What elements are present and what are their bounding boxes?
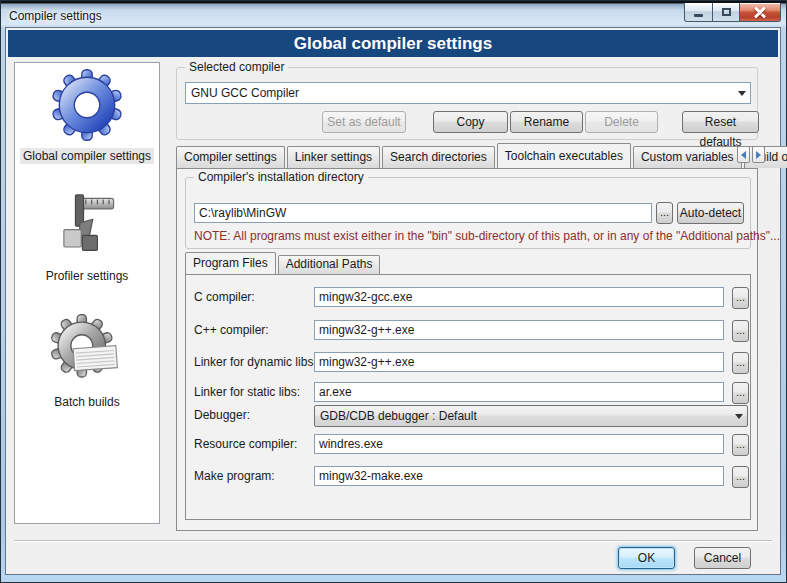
footer-divider	[14, 540, 772, 541]
installation-directory-browse-button[interactable]: ...	[656, 202, 673, 224]
tab-search-directories[interactable]: Search directories	[382, 146, 495, 168]
reset-defaults-button[interactable]: Reset defaults	[682, 111, 759, 133]
field-row: Linker for static libs: ...	[186, 382, 750, 404]
sidebar-item-label: Profiler settings	[43, 268, 132, 284]
sidebar-item-batch-builds[interactable]: Batch builds	[50, 314, 124, 410]
settings-tabs: Compiler settings Linker settings Search…	[176, 143, 758, 168]
static-linker-browse-button[interactable]: ...	[732, 382, 749, 404]
selected-compiler-group-title: Selected compiler	[185, 60, 288, 74]
field-label: C++ compiler:	[194, 323, 269, 337]
field-label: Resource compiler:	[194, 437, 297, 451]
chevron-down-icon	[730, 406, 747, 426]
sidebar-item-label: Batch builds	[51, 394, 122, 410]
compiler-select-value: GNU GCC Compiler	[186, 86, 733, 100]
window-frame: Compiler settings Global compiler settin…	[0, 0, 787, 583]
cpp-compiler-input[interactable]	[314, 320, 724, 340]
auto-detect-button[interactable]: Auto-detect	[677, 202, 744, 224]
tab-program-files[interactable]: Program Files	[185, 252, 276, 274]
tab-linker-settings[interactable]: Linker settings	[287, 146, 380, 168]
c-compiler-input[interactable]	[314, 287, 724, 307]
field-row: C++ compiler: ...	[186, 320, 750, 342]
tab-scroll-buttons	[737, 146, 765, 163]
chevron-down-icon	[733, 83, 750, 103]
delete-button[interactable]: Delete	[585, 111, 658, 133]
field-label: Linker for static libs:	[194, 385, 300, 399]
field-row: Resource compiler: ...	[186, 434, 750, 456]
field-row: Make program: ...	[186, 466, 750, 488]
minimize-icon	[694, 14, 703, 17]
program-tabs: Program Files Additional Paths	[185, 252, 382, 274]
program-files-panel: C compiler: ... C++ compiler: ... Linker…	[185, 274, 751, 520]
resource-compiler-input[interactable]	[314, 434, 724, 454]
make-program-input[interactable]	[314, 466, 724, 486]
installation-directory-group: Compiler's installation directory ... Au…	[185, 177, 751, 249]
set-as-default-button[interactable]: Set as default	[322, 111, 406, 133]
tab-additional-paths[interactable]: Additional Paths	[278, 255, 381, 274]
page-title: Global compiler settings	[8, 30, 778, 57]
gray-gear-papers-icon	[50, 314, 124, 388]
selected-compiler-group: Selected compiler GNU GCC Compiler Set a…	[176, 67, 758, 140]
rename-button[interactable]: Rename	[510, 111, 583, 133]
installation-note: NOTE: All programs must exist either in …	[194, 229, 780, 243]
tab-scroll-right-button[interactable]	[752, 146, 765, 163]
tab-scroll-left-button[interactable]	[737, 146, 750, 163]
compiler-select[interactable]: GNU GCC Compiler	[185, 82, 751, 104]
minimize-button[interactable]	[684, 3, 713, 22]
tab-custom-variables[interactable]: Custom variables	[633, 146, 742, 168]
tab-toolchain-executables[interactable]: Toolchain executables	[497, 143, 631, 168]
toolchain-executables-panel: Compiler's installation directory ... Au…	[176, 168, 758, 531]
tab-compiler-settings[interactable]: Compiler settings	[176, 146, 285, 168]
field-label: C compiler:	[194, 290, 255, 304]
sidebar-item-global-compiler-settings[interactable]: Global compiler settings	[20, 68, 154, 164]
field-label: Debugger:	[194, 408, 250, 422]
close-button[interactable]	[740, 3, 781, 22]
copy-button[interactable]: Copy	[433, 111, 508, 133]
field-label: Make program:	[194, 469, 275, 483]
caliper-icon	[50, 188, 124, 262]
window-controls	[684, 3, 781, 22]
dialog-body: Global compiler settings	[5, 27, 781, 575]
c-compiler-browse-button[interactable]: ...	[732, 287, 749, 309]
field-label: Linker for dynamic libs:	[194, 355, 317, 369]
debugger-select-value: GDB/CDB debugger : Default	[315, 409, 730, 423]
triangle-right-icon	[756, 151, 761, 159]
sidebar-item-label: Global compiler settings	[20, 148, 154, 164]
cancel-button[interactable]: Cancel	[694, 547, 751, 569]
ok-button[interactable]: OK	[618, 547, 675, 569]
field-row: Debugger: GDB/CDB debugger : Default	[186, 405, 750, 427]
window-title: Compiler settings	[9, 9, 102, 23]
debugger-select[interactable]: GDB/CDB debugger : Default	[314, 405, 748, 427]
triangle-left-icon	[741, 151, 746, 159]
maximize-button[interactable]	[713, 3, 740, 22]
cpp-compiler-browse-button[interactable]: ...	[732, 320, 749, 342]
dynamic-linker-input[interactable]	[314, 352, 724, 372]
dynamic-linker-browse-button[interactable]: ...	[732, 352, 749, 374]
titlebar[interactable]: Compiler settings	[0, 3, 787, 27]
close-icon	[754, 6, 766, 18]
settings-sidebar: Global compiler settings Profi	[14, 62, 160, 524]
make-program-browse-button[interactable]: ...	[732, 466, 749, 488]
sidebar-item-profiler-settings[interactable]: Profiler settings	[43, 188, 132, 284]
maximize-icon	[722, 8, 731, 16]
installation-directory-input[interactable]	[194, 203, 652, 223]
field-row: C compiler: ...	[186, 287, 750, 309]
blue-gear-icon	[50, 68, 124, 142]
field-row: Linker for dynamic libs: ...	[186, 352, 750, 374]
installation-directory-group-title: Compiler's installation directory	[194, 170, 368, 184]
resource-compiler-browse-button[interactable]: ...	[732, 434, 749, 456]
static-linker-input[interactable]	[314, 382, 724, 402]
